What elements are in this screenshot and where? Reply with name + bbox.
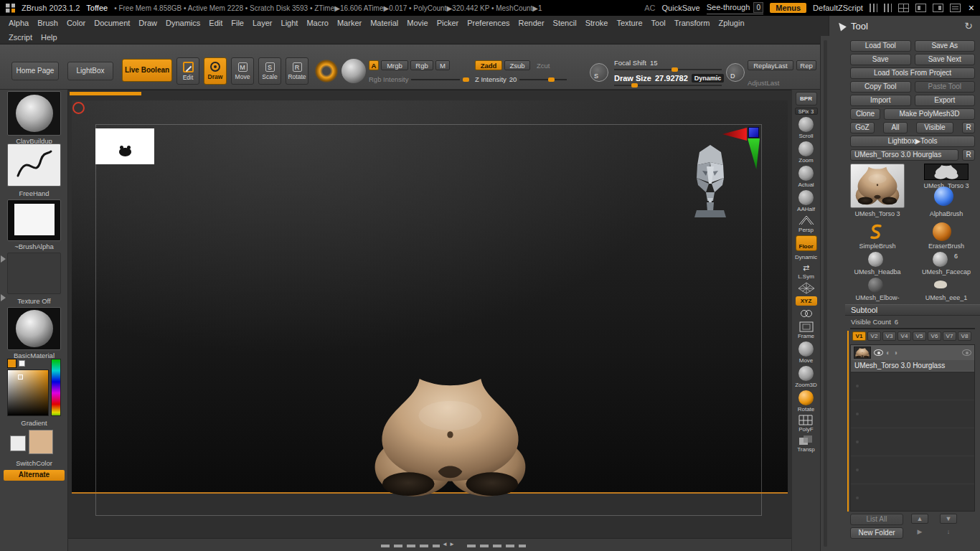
aahalf-button[interactable]: AAHalf	[797, 190, 815, 212]
polypaint-toggle-icon[interactable]: ◐	[886, 349, 890, 357]
link-button[interactable]	[799, 308, 814, 319]
subtool-thumbnail[interactable]	[854, 347, 871, 359]
menu-transform[interactable]: Transform	[670, 19, 715, 27]
new-folder-button[interactable]: New Folder	[850, 527, 903, 539]
rgb-intensity-track[interactable]	[411, 79, 460, 80]
subtool-up-arrow[interactable]: ▲	[911, 514, 928, 524]
tab-v3[interactable]: V3	[882, 331, 896, 341]
list-all-button[interactable]: List All	[850, 514, 903, 525]
active-tool-thumbnail[interactable]	[850, 164, 905, 208]
dock-right-icon[interactable]	[933, 4, 943, 12]
current-tool-r-button[interactable]: R	[962, 149, 975, 161]
subtool-section-header[interactable]: Subtool	[845, 304, 980, 316]
move3d-button[interactable]: Move	[798, 342, 814, 364]
current-color-swatch[interactable]	[7, 359, 17, 368]
z-intensity-knob[interactable]	[548, 77, 555, 82]
persp-button[interactable]: Persp	[798, 215, 815, 233]
mrgb-button[interactable]: Mrgb	[381, 60, 408, 70]
load-tools-from-project-button[interactable]: Load Tools From Project	[850, 67, 975, 79]
panel-divider-arrow[interactable]	[1, 255, 9, 263]
current-tool-name[interactable]: UMesh_Torso 3.0 Hourglas	[850, 149, 958, 161]
clone-button[interactable]: Clone	[850, 108, 880, 120]
adjust-last-button[interactable]: AdjustLast	[748, 79, 779, 87]
tab-v1[interactable]: V1	[852, 331, 866, 341]
rotate-mode-button[interactable]: R Rotate	[286, 57, 308, 85]
paste-tool-button[interactable]: Paste Tool	[915, 81, 976, 93]
m-button[interactable]: M	[435, 60, 450, 70]
save-button[interactable]: Save	[850, 54, 911, 65]
switch-color-b[interactable]	[29, 430, 53, 454]
tool-item-simplebrush[interactable]	[867, 222, 885, 241]
load-tool-button[interactable]: Load Tool	[850, 40, 911, 52]
polyframe-button[interactable]: PolyF	[798, 415, 813, 433]
focal-shift-label[interactable]: Focal Shift	[614, 59, 646, 67]
menu-color[interactable]: Color	[62, 19, 90, 27]
menu-texture[interactable]: Texture	[612, 19, 646, 27]
secondary-color-swatch[interactable]	[19, 360, 25, 367]
save-next-button[interactable]: Save Next	[915, 54, 976, 65]
menu-movie[interactable]: Movie	[402, 19, 432, 27]
tool-item-alphabrush[interactable]	[934, 187, 953, 206]
stroke-selector[interactable]	[7, 143, 61, 187]
menu-file[interactable]: File	[227, 19, 248, 27]
torso-sculpt-model[interactable]	[373, 377, 527, 498]
subtool-down-arrow[interactable]: ▼	[940, 514, 957, 524]
replay-last-button[interactable]: ReplayLast	[748, 60, 793, 70]
tool-palette-header[interactable]: Tool ↻	[829, 16, 980, 36]
dock-left-icon[interactable]	[915, 4, 926, 12]
current-brush-preview[interactable]	[314, 59, 339, 83]
zscript-name[interactable]: DefaultZScript	[813, 4, 863, 12]
zoom-button[interactable]: Zoom	[798, 141, 814, 164]
refresh-icon[interactable]: ↻	[964, 20, 973, 32]
goz-r-button[interactable]: R	[962, 122, 975, 133]
save-as-button[interactable]: Save As	[915, 40, 976, 52]
subtool-empty-slot[interactable]	[851, 372, 974, 400]
tab-v2[interactable]: V2	[867, 331, 881, 341]
alpha-selector[interactable]	[7, 199, 61, 241]
rotate3d-button[interactable]: Rotate	[798, 390, 815, 413]
rep-button[interactable]: Rep	[796, 60, 816, 70]
import-button[interactable]: Import	[850, 95, 911, 106]
zadd-button[interactable]: Zadd	[475, 60, 502, 70]
scroll-button[interactable]: Scroll	[798, 117, 814, 139]
menu-zscript[interactable]: Zscript	[4, 33, 37, 42]
quicksave-button[interactable]: QuickSave	[662, 4, 700, 12]
live-boolean-button[interactable]: Live Boolean	[122, 59, 172, 82]
spix-slider[interactable]: SPix3	[795, 108, 818, 115]
focal-shift-knob[interactable]	[672, 67, 678, 72]
transparency-button[interactable]: Transp	[797, 435, 815, 453]
tray-sliders-icon[interactable]	[870, 4, 877, 12]
rgb-button[interactable]: Rgb	[410, 60, 433, 70]
dynamic-toggle[interactable]: Dynamic	[692, 74, 725, 83]
rgb-intensity-knob[interactable]	[463, 77, 469, 82]
menu-edit[interactable]: Edit	[204, 19, 227, 27]
subtool-item-active[interactable]: ◐ ◑ UMesh_Torso 3.0 Hourglass	[851, 345, 974, 372]
goz-all-button[interactable]: All	[883, 122, 908, 133]
panel-divider-arrow-2[interactable]	[1, 294, 9, 301]
tool-item-headba[interactable]	[868, 252, 883, 267]
menu-dynamics[interactable]: Dynamics	[161, 19, 204, 27]
switch-color-a[interactable]	[10, 435, 26, 451]
menu-draw[interactable]: Draw	[134, 19, 161, 27]
zsub-button[interactable]: Zsub	[504, 60, 530, 70]
draw-size-track[interactable]	[614, 85, 722, 86]
lightbox-button[interactable]: LightBox	[67, 62, 113, 80]
menu-brush[interactable]: Brush	[33, 19, 62, 27]
canvas-scroll-indicator[interactable]	[70, 92, 141, 95]
z-intensity-track[interactable]	[519, 79, 567, 80]
zcut-button[interactable]: Zcut	[537, 62, 550, 70]
tab-v8[interactable]: V8	[958, 331, 971, 341]
menu-document[interactable]: Document	[90, 19, 134, 27]
focal-shift-track[interactable]	[614, 69, 722, 70]
bpr-button[interactable]: BPR	[796, 92, 817, 105]
subtool-visibility-eye-icon[interactable]	[874, 349, 883, 356]
menu-help[interactable]: Help	[37, 33, 62, 42]
xyz-symmetry-button[interactable]: XYZ	[796, 296, 817, 306]
menu-zplugin[interactable]: Zplugin	[714, 19, 748, 27]
grid3d-button[interactable]	[798, 282, 815, 294]
drop-into-folder-icon[interactable]: ↓	[940, 527, 957, 537]
zoom3d-button[interactable]: Zoom3D	[795, 366, 817, 388]
document-panel-icon[interactable]	[950, 4, 961, 12]
tool-item-elbow[interactable]	[868, 278, 883, 293]
close-icon[interactable]: ×	[969, 3, 974, 13]
